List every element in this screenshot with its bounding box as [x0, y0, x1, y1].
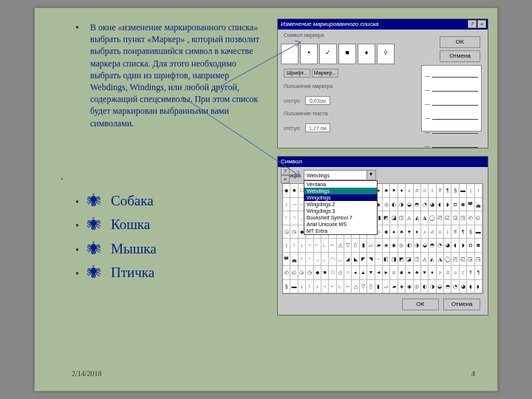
marker-thumb[interactable]: •	[300, 44, 318, 64]
symbol-cell[interactable]: ♦	[398, 184, 406, 198]
symbol-cell[interactable]: ‼	[467, 266, 474, 280]
symbol-cell[interactable]: ◐	[421, 280, 429, 294]
symbol-cell[interactable]: ←	[314, 239, 321, 253]
marker-thumb[interactable]: ♦	[358, 44, 375, 64]
symbol-cell[interactable]: ▱	[383, 280, 390, 294]
symbol-cell[interactable]: ◜	[283, 211, 290, 225]
symbol-cell[interactable]: ♥	[390, 184, 398, 198]
symbol-cell[interactable]: ■	[321, 266, 329, 280]
symbol-cell[interactable]: ◖	[467, 280, 474, 294]
symbol-cell[interactable]: ◈	[398, 280, 406, 294]
symbol-ok-button[interactable]: ОК	[402, 299, 439, 310]
symbol-cell[interactable]: ◓	[429, 239, 436, 253]
symbol-cell[interactable]: ◣	[352, 253, 359, 267]
symbol-cell[interactable]: ◴	[467, 211, 474, 225]
symbol-cell[interactable]: ←	[329, 280, 336, 294]
symbol-cell[interactable]: ↨	[467, 184, 474, 198]
font-option[interactable]: Verdana	[304, 181, 377, 188]
symbol-cell[interactable]: ☼	[421, 184, 429, 198]
symbol-cell[interactable]: ▬	[460, 184, 467, 198]
symbol-cell[interactable]: ◕	[444, 239, 451, 253]
symbol-cell[interactable]: ▱	[367, 239, 375, 253]
symbol-cell[interactable]: ↕	[460, 266, 467, 280]
symbol-cell[interactable]: ◱	[460, 253, 467, 267]
font-option[interactable]: Webdings	[304, 188, 377, 194]
symbol-cell[interactable]: ◒	[406, 198, 413, 212]
symbol-cell[interactable]: ◖	[451, 239, 459, 253]
symbol-cell[interactable]: ◳	[475, 253, 482, 267]
symbol-cell[interactable]: ◭	[414, 211, 421, 225]
symbol-cell[interactable]: ◐	[390, 198, 398, 212]
symbol-cell[interactable]: ◲	[451, 211, 459, 225]
symbol-cell[interactable]: ▮	[375, 280, 383, 294]
symbol-cell[interactable]: ◟	[321, 253, 329, 267]
symbol-cell[interactable]: ◉	[390, 239, 398, 253]
symbol-cell[interactable]: ◑	[398, 198, 406, 212]
symbol-cell[interactable]: ☼	[451, 266, 459, 280]
font-option[interactable]: Wingdings	[304, 194, 377, 201]
symbol-cell[interactable]: ◶	[283, 225, 290, 239]
symbol-cell[interactable]: ◘	[451, 198, 459, 212]
symbol-cell[interactable]: ◡	[337, 253, 344, 267]
symbol-cell[interactable]: ◑	[414, 239, 421, 253]
symbol-cell[interactable]: ◙	[460, 198, 467, 212]
font-button[interactable]: Шрифт...	[284, 69, 310, 78]
close-icon[interactable]: ×	[477, 20, 486, 28]
font-option[interactable]: Wingdings 2	[304, 201, 377, 208]
symbol-cell[interactable]: ∟	[337, 280, 344, 294]
symbol-cell[interactable]: ◖	[437, 198, 444, 212]
symbol-cell[interactable]: ↓	[283, 198, 290, 212]
symbol-cell[interactable]: ◯	[444, 253, 451, 267]
symbol-cell[interactable]: §	[467, 225, 474, 239]
close-icon[interactable]: ×	[281, 175, 290, 183]
symbol-cell[interactable]: ♣	[414, 266, 421, 280]
symbol-cell[interactable]: ◮	[421, 211, 429, 225]
symbol-cell[interactable]: ◗	[444, 198, 451, 212]
symbol-cell[interactable]: ◇	[337, 266, 344, 280]
symbol-cell[interactable]: ◝	[290, 211, 298, 225]
symbol-cell[interactable]: →	[306, 239, 313, 253]
font-option[interactable]: Bookshelf Symbol 7	[304, 214, 377, 221]
font-option[interactable]: Wingdings 3	[304, 208, 377, 214]
symbol-cell[interactable]: ◩	[383, 211, 390, 225]
symbol-cell[interactable]: ♣	[398, 225, 406, 239]
symbol-cell[interactable]: ▮	[360, 239, 367, 253]
symbol-cell[interactable]: ◴	[283, 266, 290, 280]
symbol-cell[interactable]: ►	[383, 266, 390, 280]
symbol-cell[interactable]: ◤	[360, 253, 367, 267]
symbol-cell[interactable]: ♥	[406, 225, 413, 239]
symbol-cell[interactable]: ↑	[290, 239, 298, 253]
symbol-cell[interactable]: ▰	[375, 239, 383, 253]
symbol-cell[interactable]: ◶	[299, 266, 306, 280]
symbol-cell[interactable]: ◳	[460, 211, 467, 225]
symbol-cell[interactable]: ◨	[390, 253, 398, 267]
symbol-cell[interactable]: ◫	[414, 253, 421, 267]
symbol-cell[interactable]: ♫	[444, 266, 451, 280]
symbol-cell[interactable]: ◗	[475, 280, 482, 294]
symbol-cell[interactable]: ◙	[475, 239, 482, 253]
symbol-cell[interactable]: ∟	[321, 239, 329, 253]
symbol-cell[interactable]: ◝	[306, 253, 313, 267]
symbol-cell[interactable]: ↑	[306, 280, 313, 294]
chevron-down-icon[interactable]: ▾	[366, 171, 375, 180]
symbol-cell[interactable]: ◒	[437, 280, 444, 294]
symbol-cell[interactable]: ☻	[383, 225, 390, 239]
symbol-cell[interactable]: ↓	[314, 280, 321, 294]
symbol-cell[interactable]: ◓	[444, 280, 451, 294]
symbol-cell[interactable]: ◈	[383, 239, 390, 253]
symbol-cell[interactable]: ♣	[383, 184, 390, 198]
indent2-input[interactable]: 1,27 см	[305, 123, 330, 132]
symbol-cell[interactable]: ↕	[429, 184, 436, 198]
symbol-cell[interactable]: ♥	[421, 266, 429, 280]
symbol-cell[interactable]: △	[337, 239, 344, 253]
symbol-cell[interactable]: ◵	[290, 266, 298, 280]
symbol-cell[interactable]: ◧	[383, 253, 390, 267]
symbol-cell[interactable]: ♦	[414, 225, 421, 239]
symbol-cell[interactable]: ♦	[429, 266, 436, 280]
symbol-cell[interactable]: ◞	[314, 253, 321, 267]
symbol-cell[interactable]: ¶	[460, 225, 467, 239]
symbol-cell[interactable]: ◚	[467, 198, 474, 212]
marker-thumb[interactable]: ✓	[319, 44, 337, 64]
symbol-cell[interactable]: ◱	[444, 211, 451, 225]
symbol-cell[interactable]: ◗	[460, 239, 467, 253]
